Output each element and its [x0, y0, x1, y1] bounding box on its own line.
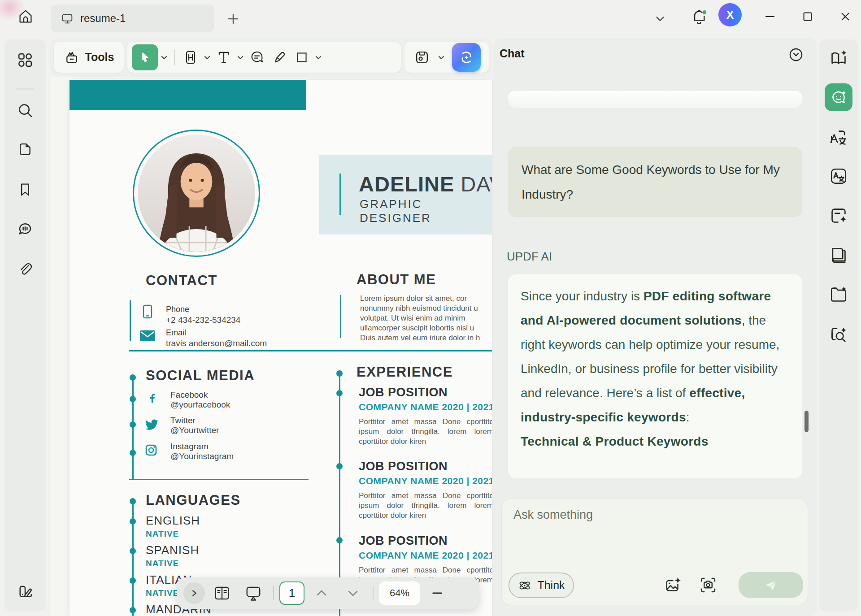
history-clock-icon [787, 46, 804, 63]
chat-input[interactable] [513, 508, 791, 566]
tab-title: resume-1 [80, 12, 126, 25]
email-label: Email [166, 328, 186, 338]
timeline-dot [336, 370, 343, 377]
paper-plane-icon [763, 577, 778, 593]
atom-icon [517, 578, 532, 593]
document-tab[interactable]: resume-1 [51, 4, 214, 32]
think-label: Think [537, 579, 565, 592]
pen-tool-button[interactable] [269, 44, 290, 70]
sidebar-item-attachments[interactable] [4, 256, 46, 282]
chat-scrollbar-thumb[interactable] [804, 411, 809, 432]
comment-tool-button[interactable] [247, 44, 267, 70]
timeline-dot [336, 537, 343, 543]
select-tool-dropdown[interactable] [160, 54, 169, 61]
insert-image-button[interactable] [661, 574, 683, 596]
annotation-tool-group [127, 42, 401, 73]
section-divider-line [129, 350, 492, 351]
pagebar-divider [273, 586, 274, 600]
heading-tool-button[interactable] [180, 44, 201, 70]
sidebar-divider [16, 88, 34, 90]
minimize-icon [763, 9, 777, 24]
instagram-icon [144, 443, 158, 457]
contact-accent-line [130, 300, 131, 341]
home-button[interactable] [14, 5, 37, 28]
heading-tool-icon [183, 49, 199, 65]
shape-tool-button[interactable] [291, 44, 312, 70]
chevron-down-icon [346, 586, 360, 600]
sidebar-item-ai-translate-doc[interactable] [819, 161, 858, 191]
send-button[interactable] [739, 572, 803, 598]
square-shape-icon [294, 50, 309, 65]
banner-accent-line [339, 174, 341, 215]
language-level: NATIVE [146, 588, 179, 598]
search-icon [16, 101, 34, 119]
bell-icon [690, 8, 708, 27]
new-tab-button[interactable] [223, 9, 243, 29]
sidebar-item-ai-note[interactable] [819, 201, 858, 230]
heading-tool-dropdown[interactable] [203, 54, 212, 61]
previous-page-button[interactable] [307, 581, 336, 605]
zoom-out-button[interactable] [423, 581, 452, 605]
sidebar-item-pages[interactable] [4, 136, 46, 163]
maximize-button[interactable] [796, 5, 819, 28]
two-page-view-button[interactable] [208, 581, 236, 605]
ai-message-text: Since your industry is PDF editing softw… [521, 284, 790, 429]
language-level: NATIVE [146, 529, 179, 539]
stamp-save-button[interactable] [412, 44, 432, 70]
present-button[interactable] [239, 581, 268, 605]
ai-sender-label: UPDF AI [507, 250, 552, 264]
stamp-tool-dropdown[interactable] [437, 54, 446, 61]
monitor-icon [61, 12, 74, 25]
social-timeline-line [132, 377, 134, 479]
resume-page[interactable]: ADELINE DAVI GRAPHIC DESIGNER CONTACT Ph… [70, 80, 492, 616]
minimize-button[interactable] [759, 5, 781, 28]
language-level: NATIVE [146, 559, 179, 568]
apps-grid-icon [16, 51, 34, 69]
sidebar-item-ai-folder[interactable] [819, 280, 858, 309]
sidebar-item-bookmarks[interactable] [4, 176, 46, 203]
text-tool-icon [216, 49, 232, 65]
text-tool-dropdown[interactable] [236, 54, 245, 61]
titlebar-divider [750, 9, 750, 30]
sidebar-item-swatches[interactable] [4, 577, 46, 604]
ai-assistant-button[interactable] [452, 43, 481, 72]
profile-photo [133, 130, 260, 257]
sidebar-item-reader[interactable] [819, 240, 858, 270]
job-title: JOB POSITION [359, 534, 448, 548]
sidebar-item-ai-search[interactable] [819, 320, 858, 350]
stamp-tool-group [404, 42, 489, 73]
timeline-dot [130, 577, 136, 584]
chat-history-button[interactable] [785, 43, 807, 66]
language-name: ENGLISH [146, 514, 200, 528]
sidebar-item-tools-grid[interactable] [4, 47, 46, 74]
page-navigation-bar: 1 64% [177, 577, 479, 609]
close-button[interactable] [834, 5, 857, 28]
think-mode-button[interactable]: Think [509, 573, 574, 598]
sidebar-item-ai-chat-active[interactable] [825, 83, 852, 111]
zoom-level: 64% [390, 587, 409, 599]
minus-icon [431, 587, 444, 599]
text-tool-button[interactable] [213, 44, 234, 70]
expand-pagebar-button[interactable] [183, 582, 205, 604]
comment-icon [16, 220, 34, 238]
right-sidebar [819, 39, 858, 612]
sidebar-item-comments[interactable] [4, 216, 46, 243]
chat-input-container: Think [501, 499, 808, 605]
notifications-button[interactable] [688, 4, 710, 30]
collapse-chat-button[interactable] [651, 11, 669, 27]
next-page-button[interactable] [339, 581, 367, 605]
page-number-box[interactable]: 1 [279, 581, 304, 605]
shape-tool-dropdown[interactable] [314, 54, 323, 61]
user-avatar[interactable]: X [718, 3, 742, 26]
phone-icon [141, 304, 154, 319]
zoom-level-button[interactable]: 64% [379, 581, 420, 605]
cursor-icon [138, 50, 152, 65]
screenshot-button[interactable] [697, 574, 719, 596]
sidebar-item-search[interactable] [4, 97, 46, 124]
timeline-dot [130, 396, 136, 402]
select-tool-button[interactable] [132, 44, 158, 70]
tools-button[interactable]: Tools [54, 42, 124, 73]
sidebar-item-ai-translate[interactable] [819, 123, 858, 152]
main-toolbar: Tools [50, 38, 492, 76]
sidebar-item-ai-reader[interactable] [819, 43, 858, 73]
